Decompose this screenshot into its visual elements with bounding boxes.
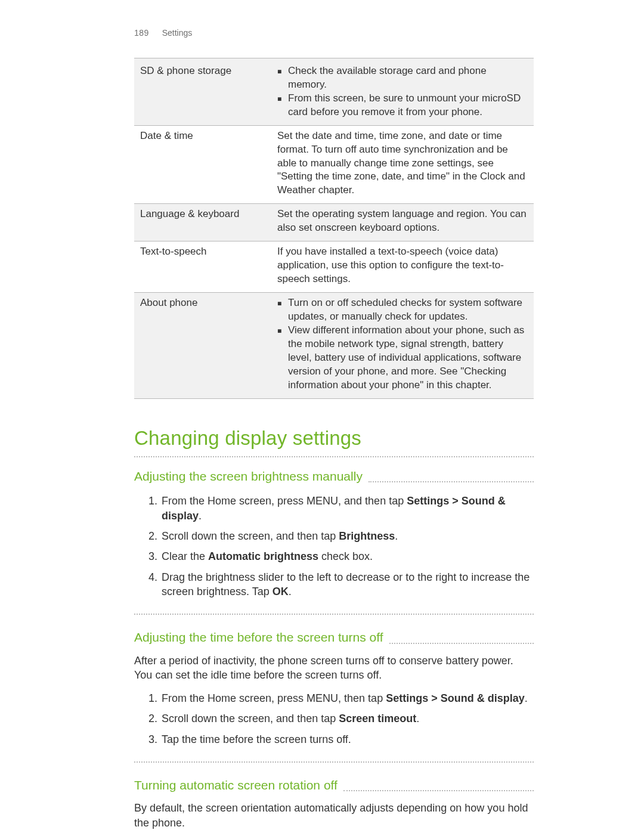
dotted-rule [134,456,534,457]
step-list: From the Home screen, press MENU, then t… [134,688,534,750]
subheading-row: Adjusting the time before the screen tur… [134,629,534,646]
subheading: Adjusting the time before the screen tur… [134,629,383,646]
step-list: From the Home screen, press MENU, and th… [134,491,534,602]
setting-label: About phone [134,293,271,399]
list-item: Drag the brightness slider to the left t… [160,567,534,602]
section-title: Changing display settings [134,425,534,452]
setting-label: SD & phone storage [134,58,271,125]
subheading: Adjusting the screen brightness manually [134,468,363,485]
paragraph: After a period of inactivity, the phone … [134,654,534,683]
page: 189 Settings SD & phone storage ■Check t… [0,0,644,833]
chapter-name: Settings [162,28,193,38]
list-item: Clear the Automatic brightness check box… [160,546,534,566]
setting-label: Text-to-speech [134,241,271,293]
list-item: From the Home screen, press MENU, then t… [160,688,534,708]
bullet-icon: ■ [277,296,288,324]
table-row: Date & time Set the date and time, time … [134,125,534,204]
dotted-rule [369,481,534,482]
bullet-icon: ■ [277,324,288,392]
page-number: 189 [134,28,149,38]
list-item: Tap the time before the screen turns off… [160,729,534,750]
table-row: About phone ■Turn on or off scheduled ch… [134,293,534,399]
setting-description: ■Turn on or off scheduled checks for sys… [271,293,534,399]
setting-description: ■Check the available storage card and ph… [271,58,534,125]
list-item: From the Home screen, press MENU, and th… [160,491,534,526]
list-item: Scroll down the screen, and then tap Bri… [160,526,534,546]
bullet-icon: ■ [277,64,288,92]
paragraph: By default, the screen orientation autom… [134,801,534,830]
bullet-icon: ■ [277,92,288,119]
table-row: SD & phone storage ■Check the available … [134,58,534,125]
table-row: Language & keyboard Set the operating sy… [134,204,534,241]
dotted-rule [389,643,534,644]
subheading-row: Adjusting the screen brightness manually [134,468,534,485]
dotted-rule [343,790,534,791]
setting-description: Set the operating system language and re… [271,204,534,241]
setting-label: Date & time [134,125,271,204]
subheading-row: Turning automatic screen rotation off [134,777,534,794]
table-row: Text-to-speech If you have installed a t… [134,241,534,293]
subheading: Turning automatic screen rotation off [134,777,338,794]
setting-description: If you have installed a text-to-speech (… [271,241,534,293]
setting-label: Language & keyboard [134,204,271,241]
running-header: 189 Settings [134,27,534,39]
list-item: Scroll down the screen, and then tap Scr… [160,708,534,729]
settings-table: SD & phone storage ■Check the available … [134,58,534,399]
setting-description: Set the date and time, time zone, and da… [271,125,534,204]
